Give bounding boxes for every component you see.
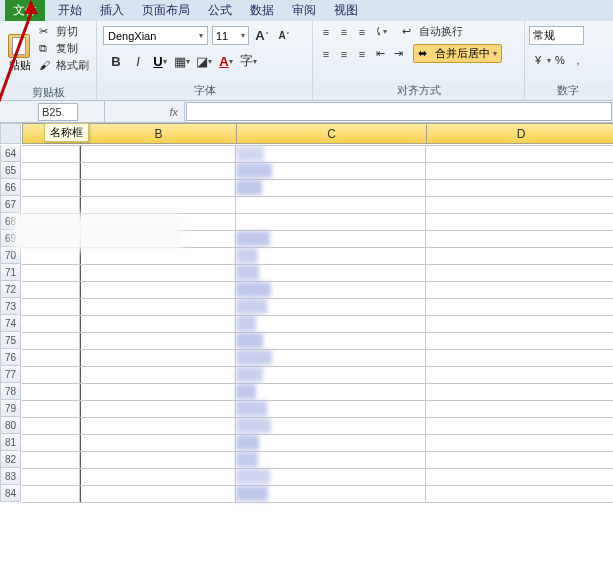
copy-button[interactable]: ⧉ 复制 — [39, 41, 89, 56]
row-header[interactable]: 66 — [0, 179, 21, 196]
bucket-icon: ◪ — [196, 54, 208, 69]
redacted-content — [236, 418, 271, 433]
select-all-corner[interactable] — [0, 123, 21, 144]
comma-button[interactable]: , — [570, 52, 586, 68]
grow-font-button[interactable]: A˄ — [252, 26, 272, 46]
align-bottom-button[interactable]: ≡ — [354, 24, 370, 40]
italic-button[interactable]: I — [128, 51, 148, 71]
menu-bar: 文件 开始 插入 页面布局 公式 数据 审阅 视图 — [0, 0, 613, 21]
column-header-B[interactable]: B — [80, 123, 236, 144]
row-header[interactable]: 72 — [0, 281, 21, 298]
row-header[interactable]: 75 — [0, 332, 21, 349]
font-size-value: 11 — [216, 30, 228, 42]
font-family-select[interactable]: DengXian▾ — [103, 26, 208, 45]
grid-line-h — [22, 366, 613, 367]
cut-label: 剪切 — [56, 24, 78, 39]
wrap-text-button[interactable]: ↩ 自动换行 — [402, 24, 463, 39]
phonetic-button[interactable]: 字▾ — [238, 51, 258, 71]
row-headers: 6465666768697071727374757677787980818283… — [0, 145, 22, 502]
align-center-button[interactable]: ≡ — [336, 46, 352, 62]
merge-center-button[interactable]: ⬌ 合并后居中 ▾ — [413, 44, 502, 63]
row-header[interactable]: 84 — [0, 485, 21, 502]
border-button[interactable]: ▦▾ — [172, 51, 192, 71]
currency-button[interactable]: ¥ — [530, 52, 546, 68]
spreadsheet-grid[interactable]: BCD 646566676869707172737475767778798081… — [0, 123, 613, 575]
chevron-down-icon: ▾ — [199, 31, 203, 40]
number-format-select[interactable]: 常规 — [529, 26, 584, 45]
row-header[interactable]: 82 — [0, 451, 21, 468]
column-header-D[interactable]: D — [426, 123, 613, 144]
percent-button[interactable]: % — [552, 52, 568, 68]
merge-label: 合并后居中 — [435, 46, 490, 61]
tab-page-layout[interactable]: 页面布局 — [133, 0, 199, 21]
format-painter-button[interactable]: 🖌 格式刷 — [39, 58, 89, 73]
format-painter-label: 格式刷 — [56, 58, 89, 73]
grid-line-h — [22, 434, 613, 435]
redacted-content — [236, 231, 270, 246]
row-header[interactable]: 64 — [0, 145, 21, 162]
row-header[interactable]: 80 — [0, 417, 21, 434]
group-align: ≡ ≡ ≡ ⤹▾ ↩ 自动换行 ≡ ≡ ≡ ⇤ ⇥ ⬌ 合并后居中 — [313, 21, 525, 100]
shrink-font-button[interactable]: A˅ — [274, 26, 294, 46]
row-header[interactable]: 67 — [0, 196, 21, 213]
row-header[interactable]: 71 — [0, 264, 21, 281]
tab-data[interactable]: 数据 — [241, 0, 283, 21]
grid-line-h — [22, 451, 613, 452]
decrease-indent-button[interactable]: ⇤ — [372, 46, 388, 62]
grid-line-h — [22, 468, 613, 469]
redacted-content — [236, 265, 259, 280]
grid-line-h — [22, 264, 613, 265]
number-format-value: 常规 — [533, 28, 555, 43]
align-left-button[interactable]: ≡ — [318, 46, 334, 62]
wrap-icon: ↩ — [402, 25, 416, 39]
row-header[interactable]: 77 — [0, 366, 21, 383]
row-header[interactable]: 81 — [0, 434, 21, 451]
font-size-select[interactable]: 11▾ — [212, 26, 249, 45]
redacted-content — [236, 350, 272, 365]
grid-line-h — [22, 281, 613, 282]
brush-icon: 🖌 — [39, 59, 53, 73]
grid-line-h — [22, 349, 613, 350]
row-header[interactable]: 74 — [0, 315, 21, 332]
redacted-content — [236, 282, 271, 297]
fill-color-button[interactable]: ◪▾ — [194, 51, 214, 71]
cut-button[interactable]: ✂ 剪切 — [39, 24, 89, 39]
font-color-button[interactable]: A▾ — [216, 51, 236, 71]
redacted-content — [236, 316, 256, 331]
grid-line-h — [22, 383, 613, 384]
name-box[interactable] — [38, 103, 78, 121]
row-header[interactable]: 83 — [0, 468, 21, 485]
row-header[interactable]: 76 — [0, 349, 21, 366]
redacted-content — [236, 299, 267, 314]
orientation-button[interactable]: ⤹▾ — [372, 24, 388, 40]
row-header[interactable]: 78 — [0, 383, 21, 400]
align-right-button[interactable]: ≡ — [354, 46, 370, 62]
grid-line-h — [22, 298, 613, 299]
tab-review[interactable]: 审阅 — [283, 0, 325, 21]
row-header[interactable]: 73 — [0, 298, 21, 315]
tab-view[interactable]: 视图 — [325, 0, 367, 21]
tab-home[interactable]: 开始 — [49, 0, 91, 21]
column-header-C[interactable]: C — [236, 123, 426, 144]
row-header[interactable]: 65 — [0, 162, 21, 179]
formula-bar: 名称框 fx — [0, 101, 613, 123]
redacted-content — [236, 486, 268, 501]
merge-icon: ⬌ — [418, 47, 432, 61]
align-middle-button[interactable]: ≡ — [336, 24, 352, 40]
tab-insert[interactable]: 插入 — [91, 0, 133, 21]
chevron-down-icon: ▾ — [241, 31, 245, 40]
underline-button[interactable]: U▾ — [150, 51, 170, 71]
redacted-content — [236, 163, 272, 178]
align-group-label: 对齐方式 — [313, 83, 524, 100]
copy-label: 复制 — [56, 41, 78, 56]
bold-button[interactable]: B — [106, 51, 126, 71]
formula-input[interactable] — [186, 102, 612, 121]
tab-formula[interactable]: 公式 — [199, 0, 241, 21]
increase-indent-button[interactable]: ⇥ — [390, 46, 406, 62]
annotation-arrow-head — [24, 0, 38, 14]
fx-label[interactable]: fx — [105, 101, 185, 122]
grid-line-v — [80, 145, 81, 502]
align-top-button[interactable]: ≡ — [318, 24, 334, 40]
grid-line-h — [22, 162, 613, 163]
row-header[interactable]: 79 — [0, 400, 21, 417]
